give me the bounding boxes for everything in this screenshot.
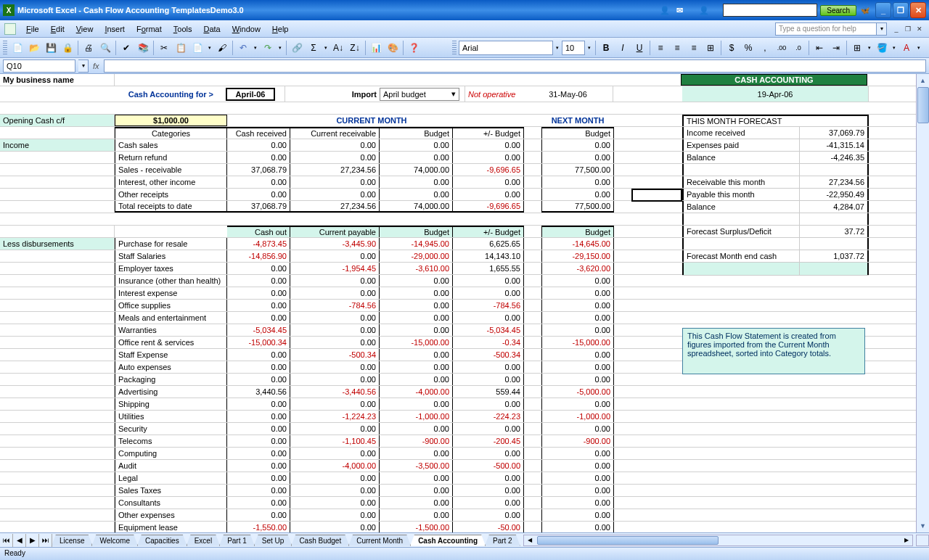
disb-v5-23[interactable]: 0.00 <box>541 522 614 532</box>
fill-color-dropdown[interactable]: ▾ <box>891 40 898 56</box>
disb-v2-13[interactable]: 0.00 <box>290 398 380 410</box>
name-box-dropdown[interactable]: ▾ <box>78 59 89 73</box>
disb-cat-7[interactable]: Warranties <box>115 324 227 336</box>
decrease-decimal-button[interactable]: .0 <box>790 40 806 56</box>
income-v1-5[interactable]: 37,068.79 <box>227 201 290 213</box>
title-search-button[interactable]: Search <box>820 5 856 16</box>
disb-v2-18[interactable]: -4,000.00 <box>290 460 380 472</box>
sheet-tab-license[interactable]: License <box>52 535 92 546</box>
income-v4-5[interactable]: -9,696.65 <box>453 201 524 213</box>
income-v1-4[interactable]: 0.00 <box>227 189 290 200</box>
col-cash-received[interactable]: Cash received <box>227 127 290 139</box>
disb-v5-2[interactable]: -3,620.00 <box>541 263 614 274</box>
disb-v3-7[interactable]: 0.00 <box>380 324 453 336</box>
disb-v3-16[interactable]: -900.00 <box>380 435 453 447</box>
undo-button[interactable]: ↶ <box>235 40 251 56</box>
disb-v2-11[interactable]: 0.00 <box>290 374 380 385</box>
income-v3-0[interactable]: 0.00 <box>380 139 453 151</box>
disb-v1-16[interactable]: 0.00 <box>227 435 290 447</box>
disb-v5-18[interactable]: 0.00 <box>541 460 614 472</box>
income-v3-1[interactable]: 0.00 <box>380 152 453 163</box>
disb-cat-8[interactable]: Office rent & services <box>115 337 227 348</box>
disb-v5-9[interactable]: 0.00 <box>541 349 614 361</box>
disb-v5-10[interactable]: 0.00 <box>541 361 614 373</box>
sheet-tab-excel[interactable]: Excel <box>187 535 220 546</box>
sort-desc-button[interactable]: Z↓ <box>347 40 363 56</box>
person-icon[interactable]: 👤 <box>659 5 671 15</box>
tab-prev-button[interactable]: ◀ <box>13 534 26 547</box>
forecast-value-5[interactable]: -22,950.49 <box>800 189 869 200</box>
disb-v5-16[interactable]: -900.00 <box>541 435 614 447</box>
col-pm-budget2[interactable]: +/- Budget <box>453 226 524 237</box>
disb-v4-16[interactable]: -200.45 <box>453 435 524 447</box>
spelling-button[interactable]: ✔ <box>118 40 134 56</box>
cell-next-month-header[interactable]: NEXT MONTH <box>541 115 614 126</box>
disb-v1-18[interactable]: 0.00 <box>227 460 290 472</box>
disb-v1-1[interactable]: -14,856.90 <box>227 250 290 262</box>
disb-v4-14[interactable]: -224.23 <box>453 411 524 422</box>
income-v3-3[interactable]: 0.00 <box>380 176 453 188</box>
income-v1-1[interactable]: 0.00 <box>227 152 290 163</box>
forecast-label-8[interactable]: Forecast Surplus/Deficit <box>682 226 800 237</box>
income-v2-1[interactable]: 0.00 <box>290 152 380 163</box>
income-v4-3[interactable]: 0.00 <box>453 176 524 188</box>
disb-cat-17[interactable]: Computing <box>115 448 227 459</box>
cell-current-month-header[interactable]: CURRENT MONTH <box>290 115 453 126</box>
disb-v4-1[interactable]: 14,143.10 <box>453 250 524 262</box>
forecast-value-3[interactable] <box>800 164 869 176</box>
sheet-tab-cash-accounting[interactable]: Cash Accounting <box>410 535 486 546</box>
income-v5-4[interactable]: 0.00 <box>541 189 614 200</box>
disb-cat-23[interactable]: Equipment lease <box>115 522 227 532</box>
disb-cat-15[interactable]: Security <box>115 423 227 435</box>
disb-v4-7[interactable]: -5,034.45 <box>453 324 524 336</box>
disb-v2-2[interactable]: -1,954.45 <box>290 263 380 274</box>
print-button[interactable]: 🖨 <box>81 40 97 56</box>
forecast-value-2[interactable]: -4,246.35 <box>800 152 869 163</box>
disb-v3-23[interactable]: -1,500.00 <box>380 522 453 532</box>
col-pm-budget[interactable]: +/- Budget <box>453 127 524 139</box>
disb-cat-18[interactable]: Audit <box>115 460 227 472</box>
forecast-value-6[interactable]: 4,284.07 <box>800 201 869 213</box>
cut-button[interactable]: ✂ <box>156 40 172 56</box>
help-search-dropdown[interactable]: ▾ <box>877 22 887 36</box>
fx-icon[interactable]: fx <box>89 62 104 70</box>
cell-month-value[interactable]: April-06 <box>226 88 276 101</box>
forecast-value-7[interactable] <box>800 213 869 225</box>
align-right-button[interactable]: ≡ <box>686 40 702 56</box>
disb-cat-10[interactable]: Auto expenses <box>115 361 227 373</box>
menu-file[interactable]: File <box>20 22 45 36</box>
col-next-budget[interactable]: Budget <box>541 127 614 139</box>
disb-v4-15[interactable]: 0.00 <box>453 423 524 435</box>
italic-button[interactable]: I <box>615 40 631 56</box>
workbook-restore-button[interactable]: ❐ <box>903 24 913 34</box>
disb-v1-23[interactable]: -1,550.00 <box>227 522 290 532</box>
scroll-down-arrow[interactable]: ▼ <box>917 519 929 532</box>
disb-v2-14[interactable]: -1,224.23 <box>290 411 380 422</box>
sort-asc-button[interactable]: A↓ <box>330 40 346 56</box>
borders-dropdown[interactable]: ▾ <box>866 40 873 56</box>
disb-v4-2[interactable]: 1,655.55 <box>453 263 524 274</box>
fill-color-button[interactable]: 🪣 <box>874 40 890 56</box>
disb-v2-8[interactable]: 0.00 <box>290 337 380 348</box>
forecast-value-8[interactable]: 37.72 <box>800 226 869 237</box>
disb-v1-2[interactable]: 0.00 <box>227 263 290 274</box>
disb-v5-12[interactable]: -5,000.00 <box>541 386 614 398</box>
cell-cash-accounting-header[interactable]: CASH ACCOUNTING <box>681 74 867 86</box>
disb-v2-19[interactable]: 0.00 <box>290 472 380 484</box>
disb-v3-1[interactable]: -29,000.00 <box>380 250 453 262</box>
disb-v5-17[interactable]: 0.00 <box>541 448 614 459</box>
disb-v1-0[interactable]: -4,873.45 <box>227 238 290 250</box>
font-size-dropdown[interactable]: ▾ <box>586 40 593 56</box>
col-cash-out[interactable]: Cash out <box>227 226 290 237</box>
income-v3-4[interactable]: 0.00 <box>380 189 453 200</box>
font-color-button[interactable]: A <box>899 40 914 56</box>
sheet-tab-current-month[interactable]: Current Month <box>348 535 411 546</box>
sheet-tab-cash-budget[interactable]: Cash Budget <box>291 535 349 546</box>
disb-v1-22[interactable]: 0.00 <box>227 509 290 521</box>
research-button[interactable]: 📚 <box>135 40 151 56</box>
income-v3-5[interactable]: 74,000.00 <box>380 201 453 213</box>
disb-cat-9[interactable]: Staff Expense <box>115 349 227 361</box>
tab-next-button[interactable]: ▶ <box>26 534 39 547</box>
disb-v4-6[interactable]: 0.00 <box>453 312 524 324</box>
name-box[interactable]: Q10 <box>3 59 75 73</box>
